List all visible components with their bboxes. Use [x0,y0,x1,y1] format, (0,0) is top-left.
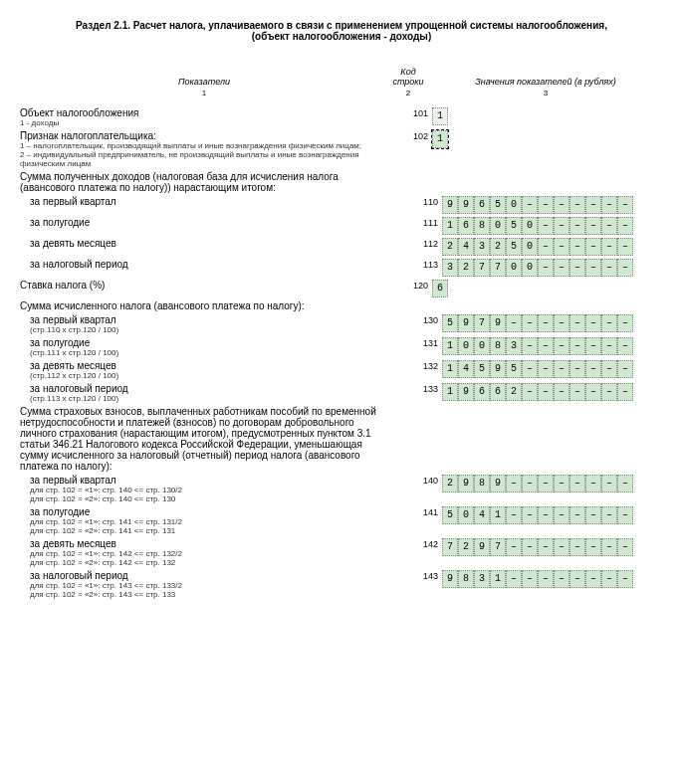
cell[interactable]: – [522,196,538,214]
cell[interactable]: 6 [474,383,490,401]
cell[interactable]: – [569,506,585,524]
cell[interactable]: – [538,196,554,214]
cell[interactable]: 0 [474,337,490,355]
cell[interactable]: – [522,570,538,588]
cell[interactable]: – [554,314,569,332]
cell[interactable]: – [522,475,538,492]
cell[interactable]: 9 [490,360,506,378]
cell[interactable]: – [538,337,554,355]
cell[interactable]: 3 [474,570,490,588]
cell[interactable]: – [506,570,522,588]
cell[interactable]: 0 [458,337,474,355]
cell[interactable]: – [569,475,585,492]
cell[interactable]: – [601,337,617,355]
cell[interactable]: – [585,538,601,556]
cell[interactable]: – [569,337,585,355]
cell[interactable]: 8 [474,217,490,235]
cell[interactable]: 9 [458,314,474,332]
cell[interactable]: – [569,217,585,235]
cell[interactable]: 1 [442,337,458,355]
cell[interactable]: 2 [458,259,474,277]
cell[interactable]: – [538,259,554,277]
cell[interactable]: 8 [490,337,506,355]
cell[interactable]: – [554,238,569,256]
cell[interactable]: 3 [442,259,458,277]
cell[interactable]: – [585,506,601,524]
cell[interactable]: – [538,238,554,256]
cell[interactable]: – [554,196,569,214]
cell[interactable]: 1 [490,506,506,524]
cell[interactable]: 5 [442,314,458,332]
cell[interactable]: – [506,475,522,492]
cell[interactable]: – [569,238,585,256]
cell[interactable]: 1 [442,383,458,401]
cell[interactable]: – [617,196,633,214]
cell[interactable]: – [601,314,617,332]
cell[interactable]: – [506,506,522,524]
cell[interactable]: – [617,570,633,588]
cell[interactable]: – [601,506,617,524]
cell[interactable]: 5 [506,238,522,256]
cell[interactable]: 7 [490,259,506,277]
cell[interactable]: – [538,360,554,378]
cell[interactable]: 0 [506,259,522,277]
cell[interactable]: – [569,259,585,277]
cell[interactable]: – [617,238,633,256]
cell[interactable]: – [506,314,522,332]
cell[interactable]: 0 [506,196,522,214]
cell[interactable]: – [538,506,554,524]
cell[interactable]: – [538,570,554,588]
cell[interactable]: 0 [522,259,538,277]
cell[interactable]: 9 [490,314,506,332]
cell[interactable]: – [601,217,617,235]
cell[interactable]: – [585,570,601,588]
cell[interactable]: – [569,570,585,588]
cell[interactable]: 4 [458,238,474,256]
cell[interactable]: 5 [442,506,458,524]
cell[interactable]: 1 [490,570,506,588]
cell[interactable]: – [554,360,569,378]
cell[interactable]: 2 [442,238,458,256]
cell[interactable]: 1 [442,360,458,378]
cell[interactable]: 9 [442,570,458,588]
cell[interactable]: 2 [442,475,458,492]
cell[interactable]: 8 [458,570,474,588]
cell[interactable]: – [554,383,569,401]
cell[interactable]: – [569,360,585,378]
cell[interactable]: – [617,383,633,401]
cell[interactable]: – [538,383,554,401]
cell[interactable]: – [522,538,538,556]
cell[interactable]: 9 [458,475,474,492]
cell[interactable]: 5 [490,196,506,214]
cell[interactable]: – [522,383,538,401]
cell[interactable]: – [617,217,633,235]
cell[interactable]: 0 [522,217,538,235]
cell[interactable]: 4 [458,360,474,378]
cell[interactable]: 2 [458,538,474,556]
cell[interactable]: 9 [442,196,458,214]
cell[interactable]: 0 [458,506,474,524]
cell[interactable]: – [554,337,569,355]
cell[interactable]: – [538,314,554,332]
cell[interactable]: – [554,506,569,524]
cell-101[interactable]: 1 [432,107,448,125]
cell[interactable]: – [601,360,617,378]
cell[interactable]: 9 [474,538,490,556]
cell[interactable]: 5 [474,360,490,378]
cell[interactable]: – [585,259,601,277]
cell[interactable]: – [538,217,554,235]
cell[interactable]: – [522,506,538,524]
cell[interactable]: 7 [442,538,458,556]
cell[interactable]: – [554,538,569,556]
cell[interactable]: 6 [490,383,506,401]
cell[interactable]: – [522,360,538,378]
cell[interactable]: – [601,475,617,492]
cell[interactable]: 7 [474,314,490,332]
cell[interactable]: 2 [506,383,522,401]
cell[interactable]: – [554,259,569,277]
cell[interactable]: – [538,475,554,492]
cell[interactable]: – [601,570,617,588]
cell[interactable]: 3 [506,337,522,355]
cell[interactable]: – [617,259,633,277]
cell[interactable]: 5 [506,360,522,378]
